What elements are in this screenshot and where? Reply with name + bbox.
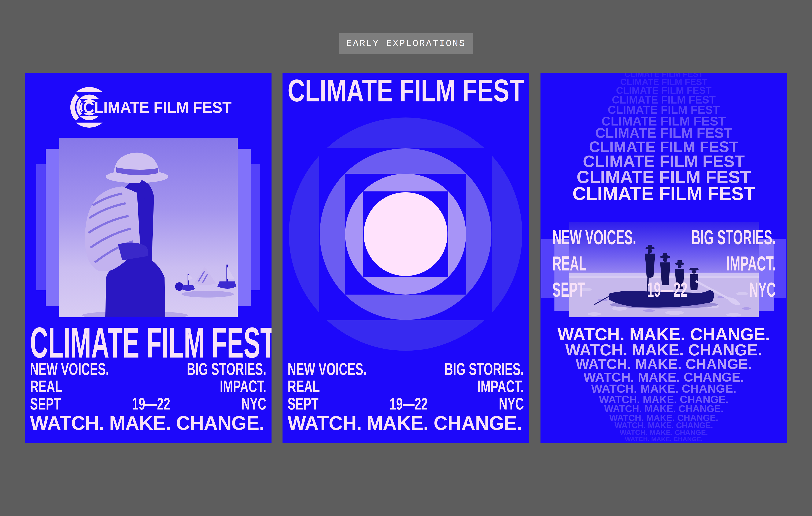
info-dates: 19—22: [647, 277, 688, 303]
info-row-voices-stories: NEW VOICES. BIG STORIES.: [288, 361, 524, 378]
info-impact: IMPACT.: [477, 378, 524, 395]
info-big-stories: BIG STORIES.: [691, 224, 776, 251]
info-row-real-impact: REAL IMPACT.: [30, 378, 266, 395]
info-row-voices-stories: NEW VOICES. BIG STORIES.: [30, 361, 266, 378]
info-row-date-city: SEPT 19—22 NYC: [288, 395, 524, 413]
kneeling-man-duotone-photo: [59, 138, 238, 317]
info-row-real-impact: REAL IMPACT.: [288, 378, 524, 395]
cta-tagline-1: WATCH. MAKE. CHANGE.: [30, 413, 264, 433]
info-big-stories: BIG STORIES.: [444, 361, 524, 378]
photo-echo-right-inner: [238, 149, 251, 306]
presentation-canvas: EARLY EXPLORATIONS CLIMATE FILM FEST: [0, 0, 812, 516]
cta-repeat-row: WATCH. MAKE. CHANGE.: [541, 342, 787, 358]
info-real: REAL: [288, 378, 320, 395]
info-real: REAL: [552, 251, 587, 277]
info-impact: IMPACT.: [726, 251, 776, 277]
title-repeat-row: CLIMATE FILM FEST: [541, 169, 787, 185]
badge-label: EARLY EXPLORATIONS: [346, 38, 466, 49]
cta-repeat-row: WATCH. MAKE. CHANGE.: [541, 414, 787, 422]
title-repeat-row: CLIMATE FILM FEST: [541, 127, 787, 140]
info-row-voices-stories: NEW VOICES. BIG STORIES.: [552, 224, 776, 251]
info-sept: SEPT: [552, 277, 585, 303]
logo-wordmark: CLIMATE FILM FEST: [83, 99, 232, 115]
info-grid-3: NEW VOICES. BIG STORIES. REAL IMPACT. SE…: [552, 224, 776, 303]
cta-repeat-row: WATCH. MAKE. CHANGE.: [541, 422, 787, 430]
info-nyc: NYC: [749, 277, 776, 303]
info-grid-1: NEW VOICES. BIG STORIES. REAL IMPACT. SE…: [30, 361, 266, 413]
info-sept: SEPT: [30, 395, 61, 413]
poster-1-title: CLIMATE FILM FEST: [30, 321, 271, 364]
title-repeat-row: CLIMATE FILM FEST: [541, 185, 787, 203]
info-nyc: NYC: [499, 395, 524, 413]
info-big-stories: BIG STORIES.: [187, 361, 266, 378]
cta-repeat-row: WATCH. MAKE. CHANGE.: [541, 326, 787, 342]
info-impact: IMPACT.: [220, 378, 266, 395]
photo-echo-left-inner: [46, 149, 59, 306]
ring-circle-center: [364, 192, 447, 276]
poster-2-geometric-concept: CLIMATE FILM FEST NEW VOICES. BIG STORIE…: [283, 73, 529, 443]
early-explorations-badge: EARLY EXPLORATIONS: [339, 33, 473, 54]
info-new-voices: NEW VOICES.: [552, 224, 636, 251]
info-dates: 19—22: [389, 395, 428, 413]
cta-repeat-row: WATCH. MAKE. CHANGE.: [541, 404, 787, 414]
info-row-date-city: SEPT 19—22 NYC: [30, 395, 266, 413]
poster-3-repeat-type-concept: CLIMATE FILM FESTCLIMATE FILM FESTCLIMAT…: [541, 73, 787, 443]
photo-echo-right-outer: [774, 239, 786, 298]
title-repeat-row: CLIMATE FILM FEST: [541, 140, 787, 154]
cta-repeat-stack: WATCH. MAKE. CHANGE.WATCH. MAKE. CHANGE.…: [541, 326, 787, 442]
poster-1-photo-concept: CLIMATE FILM FEST: [25, 73, 271, 443]
title-repeat-row: CLIMATE FILM FEST: [541, 95, 787, 105]
info-grid-2: NEW VOICES. BIG STORIES. REAL IMPACT. SE…: [288, 361, 524, 413]
cta-repeat-row: WATCH. MAKE. CHANGE.: [541, 436, 787, 442]
info-sept: SEPT: [288, 395, 318, 413]
title-repeat-stack: CLIMATE FILM FESTCLIMATE FILM FESTCLIMAT…: [541, 73, 787, 203]
info-nyc: NYC: [241, 395, 266, 413]
info-new-voices: NEW VOICES.: [288, 361, 367, 378]
info-dates: 19—22: [132, 395, 170, 413]
cta-repeat-row: WATCH. MAKE. CHANGE.: [541, 358, 787, 371]
cta-repeat-row: WATCH. MAKE. CHANGE.: [541, 395, 787, 404]
info-row-date-city: SEPT 19—22 NYC: [552, 277, 776, 303]
cta-repeat-row: WATCH. MAKE. CHANGE.: [541, 384, 787, 395]
cta-repeat-row: WATCH. MAKE. CHANGE.: [541, 371, 787, 383]
info-real: REAL: [30, 378, 62, 395]
photo-echo-left-outer: [36, 164, 46, 290]
title-repeat-row: CLIMATE FILM FEST: [541, 105, 787, 115]
info-new-voices: NEW VOICES.: [30, 361, 109, 378]
cta-tagline-2: WATCH. MAKE. CHANGE.: [288, 413, 522, 433]
poster-2-title: CLIMATE FILM FEST: [288, 75, 524, 107]
title-repeat-row: CLIMATE FILM FEST: [541, 154, 787, 169]
photo-echo-right-outer: [251, 164, 260, 290]
info-row-real-impact: REAL IMPACT.: [552, 251, 776, 277]
